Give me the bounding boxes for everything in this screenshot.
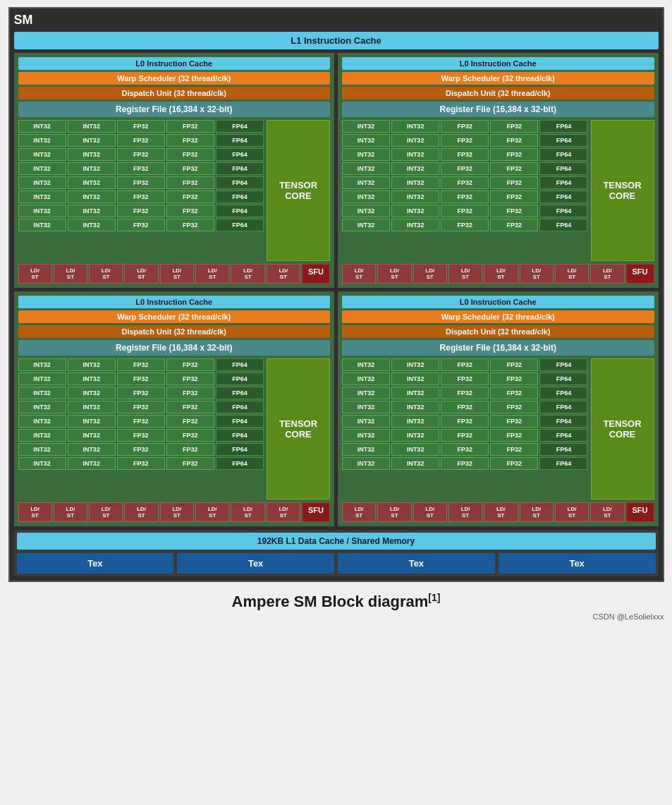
core-row: INT32 INT32 FP32 FP32 FP64 [18, 205, 264, 217]
fp32-cell: FP32 [117, 429, 165, 442]
sfu-cell-4: SFU [626, 502, 654, 522]
tensor-core-4: TENSOR CORE [591, 358, 654, 500]
ldst-cell: LD/ST [231, 264, 264, 284]
int32-cell: INT32 [18, 134, 66, 147]
fp64-cell: FP64 [216, 457, 264, 470]
fp32-cell: FP32 [117, 176, 165, 189]
caption-source: CSDN @LeSolielxxx [8, 612, 664, 621]
ldst-cell: LD/ST [342, 502, 376, 522]
int32-cell: INT32 [18, 401, 66, 413]
int32-cell: INT32 [342, 457, 390, 470]
fp32-cell: FP32 [441, 134, 489, 147]
l1-data-cache: 192KB L1 Data Cache / Shared Memory [17, 533, 656, 550]
tensor-core-2: TENSOR CORE [591, 120, 654, 261]
ldst-cell: LD/ST [18, 502, 52, 522]
int32-cell: INT32 [342, 176, 390, 189]
int32-cell: INT32 [391, 176, 439, 189]
int32-cell: INT32 [18, 415, 66, 428]
ldst-cell: LD/ST [54, 502, 87, 522]
ldst-cell: LD/ST [267, 502, 300, 522]
fp64-cell: FP64 [539, 401, 587, 413]
fp32-cell: FP32 [441, 457, 489, 470]
ldst-cell: LD/ST [267, 264, 300, 284]
int32-cell: INT32 [342, 134, 390, 147]
int32-cell: INT32 [391, 401, 439, 413]
cores-grid-2: INT32 INT32 FP32 FP32 FP64 INT32 INT32 F… [342, 120, 588, 261]
int32-cell: INT32 [68, 190, 116, 203]
cores-tensor-4: INT32 INT32 FP32 FP32 FP64 INT32 INT32 F… [342, 358, 654, 500]
ldst-cell: LD/ST [89, 264, 123, 284]
fp64-cell: FP64 [539, 134, 587, 147]
fp32-cell: FP32 [166, 134, 214, 147]
fp64-cell: FP64 [216, 429, 264, 442]
int32-cell: INT32 [68, 358, 116, 371]
warp-scheduler-4: Warp Scheduler (32 thread/clk) [342, 310, 654, 323]
int32-cell: INT32 [68, 429, 116, 442]
sm-diagram: SM L1 Instruction Cache L0 Instruction C… [8, 7, 664, 582]
ldst-cell: LD/ST [484, 502, 518, 522]
int32-cell: INT32 [342, 205, 390, 217]
fp32-cell: FP32 [441, 387, 489, 399]
core-row: INT32 INT32 FP32 FP32 FP64 [342, 120, 588, 133]
int32-cell: INT32 [68, 387, 116, 399]
fp32-cell: FP32 [117, 373, 165, 385]
fp32-cell: FP32 [490, 205, 538, 217]
sm-title: SM [14, 13, 659, 28]
fp32-cell: FP32 [166, 162, 214, 175]
fp32-cell: FP32 [490, 134, 538, 147]
ldst-cell: LD/ST [160, 502, 194, 522]
ldst-cell: LD/ST [448, 264, 482, 284]
sfu-cell-1: SFU [302, 264, 330, 284]
ldst-cell: LD/ST [555, 264, 589, 284]
core-row: INT32 INT32 FP32 FP32 FP64 [342, 190, 588, 203]
fp32-cell: FP32 [166, 148, 214, 161]
tex-row: Tex Tex Tex Tex [17, 553, 656, 574]
warp-scheduler-3: Warp Scheduler (32 thread/clk) [18, 310, 331, 323]
fp32-cell: FP32 [117, 401, 165, 413]
fp32-cell: FP32 [166, 190, 214, 203]
int32-cell: INT32 [68, 148, 116, 161]
ldst-cell: LD/ST [520, 502, 554, 522]
fp64-cell: FP64 [216, 415, 264, 428]
int32-cell: INT32 [342, 120, 390, 133]
int32-cell: INT32 [391, 443, 439, 456]
cores-tensor-2: INT32 INT32 FP32 FP32 FP64 INT32 INT32 F… [342, 120, 654, 261]
ldst-cell: LD/ST [342, 264, 376, 284]
ldst-cell: LD/ST [448, 502, 482, 522]
core-row: INT32 INT32 FP32 FP32 FP64 [18, 373, 264, 385]
fp32-cell: FP32 [490, 148, 538, 161]
fp64-cell: FP64 [216, 120, 264, 133]
int32-cell: INT32 [18, 373, 66, 385]
fp32-cell: FP32 [117, 162, 165, 175]
core-row: INT32 INT32 FP32 FP32 FP64 [18, 429, 264, 442]
fp32-cell: FP32 [441, 190, 489, 203]
core-row: INT32 INT32 FP32 FP32 FP64 [18, 134, 264, 147]
fp32-cell: FP32 [117, 457, 165, 470]
core-row: INT32 INT32 FP32 FP32 FP64 [342, 162, 588, 175]
fp64-cell: FP64 [216, 176, 264, 189]
bottom-bar: 192KB L1 Data Cache / Shared Memory Tex … [14, 530, 659, 576]
core-row: INT32 INT32 FP32 FP32 FP64 [18, 219, 264, 231]
int32-cell: INT32 [342, 162, 390, 175]
fp32-cell: FP32 [441, 401, 489, 413]
fp32-cell: FP32 [166, 373, 214, 385]
core-row: INT32 INT32 FP32 FP32 FP64 [18, 148, 264, 161]
fp64-cell: FP64 [216, 401, 264, 413]
fp64-cell: FP64 [216, 205, 264, 217]
int32-cell: INT32 [68, 162, 116, 175]
int32-cell: INT32 [391, 162, 439, 175]
fp32-cell: FP32 [166, 415, 214, 428]
warp-scheduler-1: Warp Scheduler (32 thread/clk) [18, 72, 331, 85]
core-row: INT32 INT32 FP32 FP32 FP64 [18, 443, 264, 456]
int32-cell: INT32 [68, 443, 116, 456]
fp32-cell: FP32 [166, 457, 214, 470]
cores-grid-1: INT32 INT32 FP32 FP32 FP64 INT32 INT32 F… [18, 120, 264, 261]
int32-cell: INT32 [18, 457, 66, 470]
fp32-cell: FP32 [117, 358, 165, 371]
int32-cell: INT32 [391, 134, 439, 147]
ldst-cell: LD/ST [18, 264, 52, 284]
ldst-cell: LD/ST [555, 502, 589, 522]
quadrant-1: L0 Instruction Cache Warp Scheduler (32 … [14, 53, 335, 288]
core-row: INT32 INT32 FP32 FP32 FP64 [342, 358, 588, 371]
int32-cell: INT32 [342, 443, 390, 456]
